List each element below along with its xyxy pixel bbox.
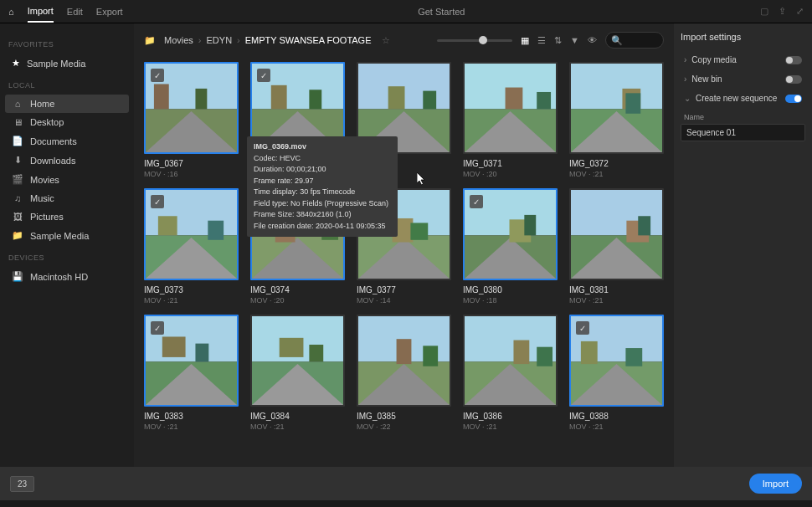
- crumb-movies[interactable]: Movies: [164, 35, 193, 45]
- clip-IMG_0388[interactable]: ✓IMG_0388MOV · :21: [569, 315, 664, 431]
- crumb-current[interactable]: EMPTY SWANSEA FOOTAGE: [245, 35, 372, 45]
- svg-rect-64: [423, 346, 438, 366]
- clip-name-label: IMG_0384: [250, 412, 345, 421]
- clip-thumbnail[interactable]: ✓: [144, 315, 239, 407]
- checkbox-icon[interactable]: ✓: [470, 195, 483, 208]
- clip-name-label: IMG_0367: [144, 159, 239, 168]
- clip-name-label: IMG_0388: [569, 412, 664, 421]
- clip-tooltip: IMG_0369.movCodec: HEVCDuration: 00;00;2…: [247, 136, 398, 237]
- sidebar-item-documents[interactable]: 📄Documents: [5, 131, 129, 151]
- clip-IMG_0373[interactable]: ✓IMG_0373MOV · :21: [144, 188, 239, 305]
- checkbox-icon[interactable]: ✓: [151, 321, 164, 335]
- sidebar-item-label: Sample Media: [27, 59, 85, 69]
- sidebar-item-pictures[interactable]: 🖼Pictures: [5, 207, 129, 226]
- eye-icon[interactable]: 👁: [588, 35, 597, 45]
- desktop-icon: 🖥: [12, 117, 23, 127]
- clip-IMG_0381[interactable]: IMG_0381MOV · :21: [569, 188, 664, 305]
- sidebar-item-label: Pictures: [30, 212, 64, 222]
- clip-IMG_0385[interactable]: IMG_0385MOV · :22: [357, 315, 451, 431]
- clip-IMG_0386[interactable]: IMG_0386MOV · :21: [463, 315, 558, 431]
- clip-thumbnail[interactable]: [463, 315, 558, 407]
- clip-meta-label: MOV · :20: [250, 296, 345, 305]
- sidebar-item-movies[interactable]: 🎬Movies: [5, 170, 129, 189]
- home-icon[interactable]: ⌂: [8, 7, 14, 17]
- toggle-switch[interactable]: [785, 75, 802, 84]
- tab-export[interactable]: Export: [96, 2, 123, 22]
- clip-IMG_0367[interactable]: ✓IMG_0367MOV · :16: [144, 62, 239, 178]
- clip-thumbnail[interactable]: [250, 315, 345, 407]
- new-folder-icon[interactable]: 📁: [144, 35, 156, 46]
- favorite-star-icon[interactable]: ☆: [382, 35, 390, 46]
- workspace-icon[interactable]: ▢: [760, 6, 768, 17]
- search-icon: 🔍: [611, 35, 623, 46]
- clip-name-label: IMG_0381: [569, 285, 664, 294]
- breadcrumb: Movies › EDYN › EMPTY SWANSEA FOOTAGE ☆: [164, 35, 390, 46]
- clip-IMG_0384[interactable]: IMG_0384MOV · :21: [250, 315, 345, 431]
- sequence-name-label: Name: [684, 113, 802, 121]
- clip-thumbnail[interactable]: ✓: [144, 188, 239, 280]
- svg-rect-58: [280, 338, 304, 357]
- sidebar-item-downloads[interactable]: ⬇Downloads: [5, 151, 129, 170]
- sidebar-item-label: Movies: [30, 175, 59, 185]
- chevron-icon: ›: [684, 74, 686, 84]
- clip-meta-label: MOV · :21: [569, 422, 664, 431]
- sidebar-item-label: Music: [30, 193, 54, 203]
- clip-name-label: IMG_0371: [463, 159, 558, 168]
- panel-row-create-new-sequence[interactable]: ⌄Create new sequence: [681, 89, 805, 108]
- svg-rect-13: [388, 86, 405, 109]
- clip-thumbnail[interactable]: [463, 62, 558, 154]
- home-icon: ⌂: [12, 99, 23, 109]
- tooltip-line: Duration: 00;00;21;00: [254, 164, 391, 176]
- checkbox-icon[interactable]: ✓: [576, 321, 589, 335]
- toggle-switch[interactable]: [785, 95, 802, 103]
- tab-import[interactable]: Import: [28, 1, 54, 23]
- clip-meta-label: MOV · :21: [250, 422, 345, 431]
- clip-thumbnail[interactable]: [357, 315, 451, 407]
- zoom-slider[interactable]: [437, 39, 512, 42]
- tab-edit[interactable]: Edit: [67, 2, 83, 22]
- sidebar-item-label: Downloads: [30, 156, 75, 166]
- list-view-icon[interactable]: ☰: [537, 35, 546, 46]
- clip-meta-label: MOV · :16: [144, 170, 239, 178]
- selection-count-badge[interactable]: 23: [10, 476, 34, 492]
- sidebar-item-sample-media[interactable]: Sample Media: [5, 54, 129, 73]
- grid-view-icon[interactable]: ▦: [521, 35, 529, 46]
- share-icon[interactable]: ⇪: [779, 6, 786, 17]
- sidebar-item-sample-media[interactable]: 📁Sample Media: [5, 226, 129, 245]
- panel-row-copy-media[interactable]: ›Copy media: [681, 50, 805, 69]
- clip-meta-label: MOV · :21: [463, 422, 558, 431]
- tooltip-line: Time display: 30 fps Timecode: [254, 187, 391, 198]
- svg-rect-3: [154, 84, 169, 109]
- sidebar-item-home[interactable]: ⌂Home: [5, 95, 129, 113]
- clip-thumbnail[interactable]: [569, 188, 664, 280]
- filter-icon[interactable]: ▼: [570, 35, 579, 45]
- clip-IMG_0372[interactable]: IMG_0372MOV · :21: [569, 62, 664, 178]
- clip-thumbnail[interactable]: ✓: [569, 315, 664, 407]
- search-input[interactable]: 🔍: [605, 32, 664, 49]
- clip-thumbnail[interactable]: ✓: [463, 188, 558, 280]
- sidebar-item-music[interactable]: ♫Music: [5, 189, 129, 207]
- panel-row-new-bin[interactable]: ›New bin: [681, 69, 805, 89]
- toggle-switch[interactable]: [785, 56, 802, 64]
- svg-rect-18: [506, 88, 523, 110]
- clip-IMG_0383[interactable]: ✓IMG_0383MOV · :21: [144, 315, 239, 431]
- sidebar-item-label: Desktop: [30, 117, 64, 127]
- clip-name-label: IMG_0380: [463, 285, 558, 294]
- clip-thumbnail[interactable]: [569, 62, 664, 154]
- music-icon: ♫: [12, 193, 23, 203]
- clip-IMG_0380[interactable]: ✓IMG_0380MOV · :18: [463, 188, 558, 305]
- clip-thumbnail[interactable]: ✓: [144, 62, 239, 154]
- sort-icon[interactable]: ⇅: [554, 35, 562, 46]
- import-button[interactable]: Import: [749, 474, 802, 494]
- clip-IMG_0371[interactable]: IMG_0371MOV · :20: [463, 62, 558, 178]
- fullscreen-icon[interactable]: ⤢: [796, 6, 804, 17]
- checkbox-icon[interactable]: ✓: [257, 69, 270, 82]
- sidebar-item-macintosh-hd[interactable]: 💾Macintosh HD: [5, 267, 129, 286]
- sidebar-item-desktop[interactable]: 🖥Desktop: [5, 113, 129, 131]
- clip-meta-label: MOV · :18: [463, 296, 558, 305]
- checkbox-icon[interactable]: ✓: [151, 69, 164, 82]
- sequence-name-input[interactable]: [681, 124, 805, 141]
- drive-icon: 💾: [12, 271, 23, 282]
- checkbox-icon[interactable]: ✓: [151, 195, 164, 208]
- crumb-edyn[interactable]: EDYN: [207, 35, 233, 45]
